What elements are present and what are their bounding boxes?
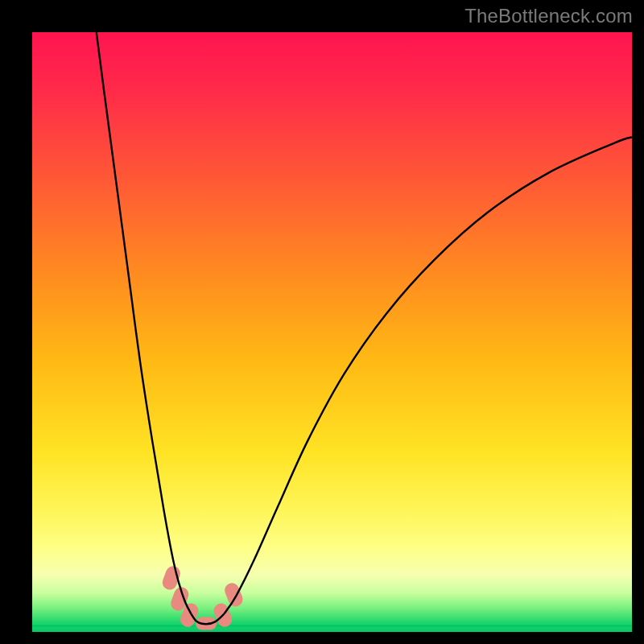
chart-frame: TheBottleneck.com — [0, 0, 644, 644]
watermark-text: TheBottleneck.com — [464, 5, 633, 27]
plot-area — [32, 32, 632, 632]
gradient-background — [32, 32, 632, 632]
chart-svg — [32, 32, 632, 632]
